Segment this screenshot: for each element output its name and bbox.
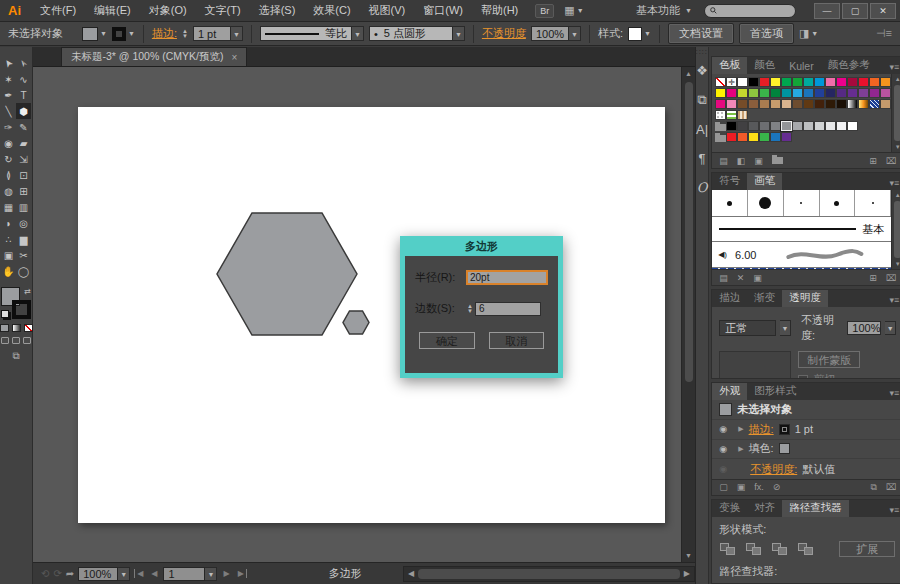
remove-brush-stroke-icon[interactable]: ✕ bbox=[737, 273, 745, 283]
opacity-dropdown[interactable]: 100%▼ bbox=[531, 26, 581, 41]
stroke-weight-stepper[interactable]: ▲▼ bbox=[182, 29, 188, 39]
pattern-swatch[interactable] bbox=[715, 110, 726, 120]
menu-item-窗口[interactable]: 窗口(W) bbox=[414, 2, 472, 18]
shape-builder-tool[interactable]: ◍ bbox=[1, 183, 16, 199]
slice-tool[interactable]: ✂ bbox=[16, 247, 31, 263]
direct-selection-tool[interactable]: ➣ bbox=[16, 55, 31, 71]
scroll-down-icon[interactable]: ▼ bbox=[685, 549, 692, 562]
transparency-tab-渐变[interactable]: 渐变 bbox=[747, 289, 782, 307]
swatch[interactable] bbox=[792, 99, 803, 109]
swatch[interactable] bbox=[847, 121, 858, 131]
swatch[interactable] bbox=[847, 88, 858, 98]
type-tool[interactable]: T bbox=[16, 87, 31, 103]
draw-behind-button[interactable] bbox=[12, 337, 20, 344]
color-mode-button[interactable] bbox=[0, 324, 9, 332]
swatch[interactable] bbox=[759, 77, 770, 87]
pattern-swatch[interactable] bbox=[737, 110, 748, 120]
bridge-button[interactable]: Br bbox=[535, 4, 554, 18]
zoom-tool[interactable]: ◯ bbox=[16, 263, 31, 279]
expand-button[interactable]: 扩展 bbox=[839, 541, 895, 557]
arrange-documents-button[interactable]: ▦▼ bbox=[564, 4, 583, 17]
swatch[interactable] bbox=[726, 88, 737, 98]
style-dropdown[interactable]: ▼ bbox=[628, 27, 651, 41]
preferences-button[interactable]: 首选项 bbox=[739, 23, 794, 44]
stroke-panel-link[interactable]: 描边: bbox=[152, 26, 177, 41]
vertical-scrollbar[interactable]: ▲ ▼ bbox=[681, 67, 695, 562]
minimize-button[interactable]: — bbox=[814, 3, 840, 19]
scrollbar-thumb[interactable] bbox=[418, 569, 680, 579]
swatch[interactable] bbox=[759, 99, 770, 109]
horizontal-scrollbar[interactable]: ◀ ▶ bbox=[403, 566, 695, 582]
new-fill-icon[interactable]: ▣ bbox=[737, 482, 746, 492]
calligraphic-brush[interactable] bbox=[784, 190, 820, 216]
transparency-tab-描边[interactable]: 描边 bbox=[712, 289, 747, 307]
swatch[interactable] bbox=[880, 77, 891, 87]
line-segment-tool[interactable]: ╲ bbox=[1, 103, 16, 119]
gradient-swatch[interactable] bbox=[847, 99, 858, 109]
swatch[interactable] bbox=[726, 99, 737, 109]
transparency-tab-透明度[interactable]: 透明度 bbox=[782, 289, 828, 307]
first-artboard-icon[interactable]: ◀ bbox=[134, 569, 145, 578]
swatches-tab-色板[interactable]: 色板 bbox=[712, 56, 747, 74]
visibility-eye-icon[interactable]: ◉ bbox=[719, 444, 733, 454]
minus-front-icon[interactable] bbox=[746, 543, 762, 556]
canvas[interactable]: 多边形 半径(R): 边数(S): ▲▼ bbox=[33, 67, 681, 562]
basic-brush[interactable]: 基本 bbox=[712, 217, 891, 242]
blob-brush-tool[interactable]: ◉ bbox=[1, 135, 16, 151]
artboard-tool[interactable]: ▣ bbox=[1, 247, 16, 263]
perspective-grid-tool[interactable]: ⊞ bbox=[16, 183, 31, 199]
clear-appearance-icon[interactable]: ⊘ bbox=[773, 482, 781, 492]
brush-libraries-icon[interactable]: ▤ bbox=[719, 273, 728, 283]
swatch[interactable] bbox=[803, 77, 814, 87]
swatches-panel-menu-icon[interactable]: ▾≡ bbox=[885, 60, 900, 74]
swatch[interactable] bbox=[814, 77, 825, 87]
swatch-libraries-icon[interactable]: ▤ bbox=[719, 156, 728, 166]
exclude-icon[interactable] bbox=[798, 543, 814, 556]
swatch[interactable] bbox=[792, 88, 803, 98]
symbol-sprayer-tool[interactable]: ∴ bbox=[1, 231, 16, 247]
draw-normal-button[interactable] bbox=[1, 337, 9, 344]
swatch[interactable] bbox=[880, 99, 891, 109]
swatches-tab-颜色参考[interactable]: 颜色参考 bbox=[821, 56, 877, 74]
expand-triangle-icon[interactable]: ▶ bbox=[738, 445, 743, 453]
swatch[interactable] bbox=[759, 121, 770, 131]
paragraph-icon[interactable]: ¶ bbox=[699, 151, 706, 166]
blend-tool[interactable]: ◎ bbox=[16, 215, 31, 231]
gradient-swatch[interactable] bbox=[858, 99, 869, 109]
color-group-folder-icon[interactable] bbox=[715, 132, 726, 142]
sides-stepper[interactable]: ▲▼ bbox=[467, 304, 473, 314]
last-artboard-icon[interactable]: ▶ bbox=[236, 569, 247, 578]
fill-link[interactable]: 填色: bbox=[749, 441, 774, 456]
fill-color-swatch[interactable] bbox=[779, 443, 790, 454]
search-box[interactable] bbox=[704, 4, 796, 18]
opentype-icon[interactable]: O bbox=[697, 180, 708, 195]
pathfinder-panel-menu-icon[interactable]: ▾≡ bbox=[885, 503, 900, 517]
swatch[interactable] bbox=[737, 132, 748, 142]
lasso-tool[interactable]: ∿ bbox=[16, 71, 31, 87]
swatch[interactable] bbox=[825, 88, 836, 98]
swatch[interactable] bbox=[869, 77, 880, 87]
swatch[interactable] bbox=[869, 88, 880, 98]
none-mode-button[interactable] bbox=[24, 324, 33, 332]
artboards-icon[interactable]: ⧉ bbox=[697, 92, 706, 108]
swatch[interactable] bbox=[781, 88, 792, 98]
eraser-tool[interactable]: ▰ bbox=[16, 135, 31, 151]
unite-icon[interactable] bbox=[720, 543, 736, 556]
hand-tool[interactable]: ✋ bbox=[1, 263, 16, 279]
width-tool[interactable]: ≬ bbox=[1, 167, 16, 183]
none-swatch[interactable] bbox=[715, 77, 726, 87]
document-setup-button[interactable]: 文档设置 bbox=[668, 23, 734, 44]
expand-triangle-icon[interactable]: ▶ bbox=[738, 425, 743, 433]
art-brush[interactable]: ◀) 6.00 bbox=[712, 242, 891, 268]
artboard-number-dropdown[interactable]: 1▼ bbox=[163, 567, 217, 581]
menu-item-文件[interactable]: 文件(F) bbox=[31, 2, 85, 18]
swatch[interactable] bbox=[748, 121, 759, 131]
stroke-color-well[interactable] bbox=[12, 300, 31, 319]
share-icon[interactable]: ➦ bbox=[66, 568, 74, 579]
scroll-up-icon[interactable]: ▲ bbox=[685, 67, 692, 80]
swatch[interactable] bbox=[825, 77, 836, 87]
swatch[interactable] bbox=[737, 77, 748, 87]
gradient-tool[interactable]: ▥ bbox=[16, 199, 31, 215]
next-artboard-icon[interactable]: ▶ bbox=[221, 569, 231, 578]
swatch[interactable] bbox=[748, 77, 759, 87]
